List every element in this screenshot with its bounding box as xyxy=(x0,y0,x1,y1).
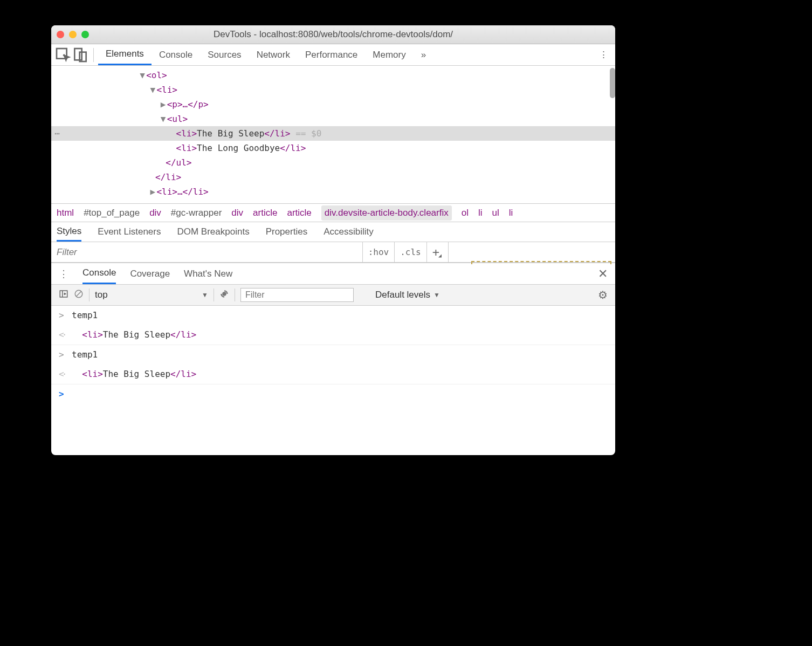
dom-node-ul[interactable]: ▼<ul> xyxy=(51,112,615,126)
styles-tabbar: Styles Event Listeners DOM Breakpoints P… xyxy=(51,222,615,242)
window-titlebar: DevTools - localhost:8080/web/tools/chro… xyxy=(51,25,615,44)
inspect-element-icon[interactable] xyxy=(54,46,72,64)
stab-dom-breakpoints[interactable]: DOM Breakpoints xyxy=(177,222,249,242)
svg-rect-1 xyxy=(74,49,81,60)
crumb-gc[interactable]: #gc-wrapper xyxy=(171,208,222,218)
crumb-ol[interactable]: ol xyxy=(462,208,469,218)
drawer-tabbar: ⋮ Console Coverage What's New ✕ xyxy=(51,263,615,284)
dom-node-li[interactable]: ▼<li> xyxy=(51,83,615,97)
console-output: temp1 <li>The Big Sleep</li> temp1 <li>T… xyxy=(51,306,615,455)
console-input-row[interactable]: temp1 xyxy=(51,306,615,325)
separator xyxy=(89,288,90,301)
tab-network[interactable]: Network xyxy=(249,44,298,65)
crumb-div2[interactable]: div xyxy=(231,208,243,218)
execution-context-select[interactable]: top ▼ xyxy=(95,290,208,300)
drawer-tab-console[interactable]: Console xyxy=(82,263,116,284)
tab-console[interactable]: Console xyxy=(152,44,200,65)
separator xyxy=(214,288,214,301)
scrollbar-thumb[interactable] xyxy=(610,68,615,98)
crumb-article2[interactable]: article xyxy=(287,208,311,218)
hov-toggle[interactable]: :hov xyxy=(362,242,395,262)
devtools-window: DevTools - localhost:8080/web/tools/chro… xyxy=(51,25,615,455)
new-style-rule-button[interactable]: +◢ xyxy=(426,242,448,262)
console-toolbar: top ▼ Default levels ▼ ⚙ xyxy=(51,284,615,306)
console-input-text: temp1 xyxy=(72,307,98,324)
console-filter-input[interactable] xyxy=(240,288,354,302)
crumb-li[interactable]: li xyxy=(478,208,483,218)
styles-filter-input[interactable] xyxy=(51,242,362,262)
crumb-li2[interactable]: li xyxy=(509,208,513,218)
context-label: top xyxy=(95,290,108,300)
dom-tree[interactable]: ▼<ol> ▼<li> ▶<p>…</p> ▼<ul> ⋯ <li>The Bi… xyxy=(51,66,615,203)
settings-kebab-icon[interactable]: ⋮ xyxy=(595,46,612,64)
separator xyxy=(93,48,94,62)
crumb-html[interactable]: html xyxy=(57,208,74,218)
tab-memory[interactable]: Memory xyxy=(365,44,413,65)
tab-performance[interactable]: Performance xyxy=(298,44,365,65)
drawer-tab-coverage[interactable]: Coverage xyxy=(130,263,170,284)
crumb-ul[interactable]: ul xyxy=(492,208,499,218)
dropdown-icon: ▼ xyxy=(202,291,208,299)
dom-node-li2[interactable]: <li>The Long Goodbye</li> xyxy=(51,141,615,155)
tab-sources[interactable]: Sources xyxy=(200,44,249,65)
svg-point-7 xyxy=(222,292,226,296)
dom-breadcrumbs: html #top_of_page div #gc-wrapper div ar… xyxy=(51,203,615,222)
main-tabbar: Elements Console Sources Network Perform… xyxy=(51,44,615,66)
console-prompt[interactable] xyxy=(51,384,615,404)
stab-accessibility[interactable]: Accessibility xyxy=(324,222,374,242)
crumb-top[interactable]: #top_of_page xyxy=(84,208,140,218)
tab-elements[interactable]: Elements xyxy=(98,44,152,65)
dom-node-ul-close[interactable]: </ul> xyxy=(51,155,615,170)
separator xyxy=(235,288,235,301)
dom-node-p[interactable]: ▶<p>…</p> xyxy=(51,97,615,112)
console-sidebar-icon[interactable] xyxy=(59,289,68,301)
cls-toggle[interactable]: .cls xyxy=(394,242,426,262)
crumb-div1[interactable]: div xyxy=(149,208,161,218)
live-expression-icon[interactable] xyxy=(219,289,229,301)
stab-listeners[interactable]: Event Listeners xyxy=(98,222,161,242)
drawer-menu-icon[interactable]: ⋮ xyxy=(59,268,68,280)
console-output-row[interactable]: <li>The Big Sleep</li> xyxy=(51,365,615,384)
console-input-text: temp1 xyxy=(72,346,98,363)
dropdown-icon: ▼ xyxy=(433,291,440,299)
svg-line-6 xyxy=(77,291,81,296)
levels-label: Default levels xyxy=(375,290,430,300)
box-model-placeholder xyxy=(471,261,611,264)
crumb-body[interactable]: div.devsite-article-body.clearfix xyxy=(321,205,452,221)
tabs-overflow-icon[interactable]: » xyxy=(414,44,433,65)
styles-filterbar: :hov .cls +◢ xyxy=(51,242,615,263)
log-levels-select[interactable]: Default levels ▼ xyxy=(375,290,440,300)
dom-node-selected[interactable]: ⋯ <li>The Big Sleep</li> == $0 xyxy=(51,126,615,141)
actions-icon[interactable]: ⋯ xyxy=(54,126,60,141)
dom-node-li-close[interactable]: </li> xyxy=(51,170,615,184)
dom-node-li3[interactable]: ▶<li>…</li> xyxy=(51,184,615,199)
console-input-row[interactable]: temp1 xyxy=(51,345,615,365)
dom-node-ol[interactable]: ▼<ol> xyxy=(51,68,615,83)
drawer-close-icon[interactable]: ✕ xyxy=(598,267,608,281)
crumb-article1[interactable]: article xyxy=(253,208,277,218)
console-output-row[interactable]: <li>The Big Sleep</li> xyxy=(51,325,615,345)
stab-properties[interactable]: Properties xyxy=(266,222,307,242)
drawer-tab-whatsnew[interactable]: What's New xyxy=(184,263,232,284)
window-title: DevTools - localhost:8080/web/tools/chro… xyxy=(51,29,615,40)
computed-pane xyxy=(448,242,615,262)
stab-styles[interactable]: Styles xyxy=(57,222,81,242)
clear-console-icon[interactable] xyxy=(74,289,84,301)
console-settings-icon[interactable]: ⚙ xyxy=(598,288,608,301)
device-toolbar-icon[interactable] xyxy=(72,46,89,64)
